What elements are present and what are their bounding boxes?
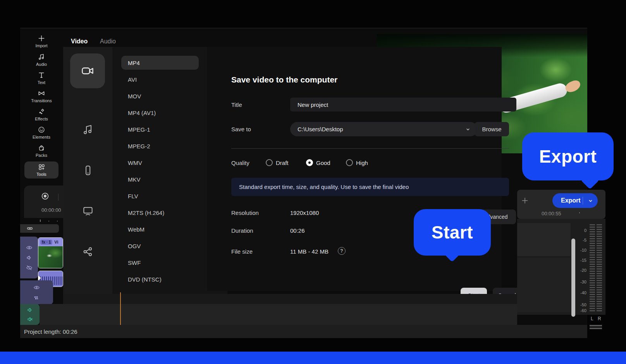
db-label: -20 [574, 268, 586, 273]
format-list: MP4 AVI MOV MP4 (AV1) MPEG-1 MPEG-2 WMV … [121, 56, 203, 283]
help-icon[interactable]: ? [338, 247, 346, 255]
app-window: Import Audio Text Transitions Effects El [0, 0, 626, 364]
add-track-plus-icon[interactable] [521, 197, 529, 204]
video-clip[interactable]: fx · 1 Vi [38, 237, 63, 268]
db-label: -5 [574, 238, 586, 242]
chevron-down-icon[interactable] [588, 198, 593, 204]
sidebar-item-text[interactable]: Text [20, 71, 63, 85]
eye-icon[interactable] [33, 284, 40, 291]
format-item-selected[interactable]: MP4 [121, 56, 199, 70]
sidebar-item-elements[interactable]: Elements [20, 126, 63, 139]
clip-fx-badge: fx · 1 [40, 240, 52, 245]
track-1-header[interactable] [20, 237, 38, 278]
monitor-icon[interactable] [82, 205, 94, 217]
link-track-strip[interactable] [20, 224, 59, 233]
sidebar-item-effects[interactable]: Effects [20, 108, 63, 121]
format-item[interactable]: M2TS (H.264) [121, 206, 199, 220]
format-item[interactable]: FLV [121, 189, 199, 203]
mini-meter [590, 325, 602, 326]
bag-icon [38, 144, 45, 152]
eye-off-icon[interactable] [26, 264, 33, 271]
radio-draft-label: Draft [276, 160, 289, 166]
radio-high[interactable] [346, 159, 353, 166]
format-item[interactable]: MPEG-2 [121, 139, 199, 153]
format-item[interactable]: SWF [121, 256, 199, 270]
sidebar-item-audio[interactable]: Audio [20, 53, 63, 67]
tab-video[interactable]: Video [71, 38, 88, 45]
speaker-icon[interactable] [27, 307, 33, 313]
divider [583, 197, 583, 204]
stabilization-blocks-icon[interactable] [33, 294, 40, 301]
transitions-icon [38, 89, 45, 97]
export-button[interactable]: Export [552, 193, 598, 208]
ruler-timestamp: 00:00:55 [542, 211, 561, 216]
mini-meter [590, 328, 602, 329]
save-to-dropdown[interactable]: C:\Users\Desktop [290, 122, 478, 136]
format-item[interactable]: DVD (NTSC) [121, 272, 199, 283]
sidebar-item-label: Tools [36, 172, 46, 177]
project-length-status: Project length: 00:26 [24, 328, 77, 335]
format-item[interactable]: MOV [121, 89, 199, 103]
category-video-selected[interactable] [70, 53, 105, 88]
sidebar-item-label: Audio [36, 62, 47, 67]
duration-value: 00:26 [290, 227, 305, 234]
duration-label: Duration [231, 227, 253, 234]
sidebar-item-label: Transitions [31, 98, 52, 103]
audio-meters: 0 -5 -10 -15 -20 -30 -40 -50 -60 L R [574, 222, 607, 334]
format-item[interactable]: MP4 (AV1) [121, 106, 199, 120]
meter-bar-left [590, 224, 595, 312]
db-label: -15 [574, 258, 586, 263]
radio-good-selected[interactable] [306, 159, 313, 166]
playhead[interactable] [120, 292, 121, 325]
music-note-icon[interactable] [82, 124, 94, 136]
track-2-header[interactable] [20, 280, 53, 304]
status-bar: Project length: 00:26 [20, 325, 587, 338]
editor-main: Import Audio Text Transitions Effects El [20, 28, 587, 338]
format-item[interactable]: MPEG-1 [121, 122, 199, 136]
radio-good-label: Good [316, 160, 330, 166]
browse-button[interactable]: Browse [475, 122, 509, 136]
divider [231, 148, 509, 149]
sidebar-item-label: Packs [36, 153, 47, 158]
radio-draft[interactable] [266, 159, 273, 166]
speaker-icon[interactable] [26, 254, 33, 261]
audio-track-header[interactable] [20, 304, 40, 325]
chevron-down-icon [465, 127, 471, 132]
title-field-label: Title [231, 101, 242, 108]
sidebar-item-transitions[interactable]: Transitions [20, 89, 63, 103]
format-item[interactable]: AVI [121, 72, 199, 86]
db-label: -10 [574, 248, 586, 252]
ruler-tick [57, 221, 58, 221]
format-item[interactable]: OGV [121, 239, 199, 253]
sidebar-item-tools[interactable]: Tools [24, 161, 58, 179]
format-item[interactable]: MKV [121, 172, 199, 186]
file-size-label: File size [231, 248, 253, 255]
title-input[interactable]: New project [290, 98, 516, 112]
ruler-tick [579, 212, 580, 213]
timeline-toolbar: 00:00:00 [24, 185, 63, 218]
format-item[interactable]: WebM [121, 222, 199, 236]
export-callout-bubble: Export [522, 132, 614, 180]
tab-audio[interactable]: Audio [100, 38, 116, 45]
dialog-title: Save video to the computer [231, 75, 337, 84]
format-item[interactable]: WMV [121, 156, 199, 170]
sidebar-item-label: Text [38, 80, 45, 85]
export-toolbar-panel: Export 00:00:55 [517, 190, 605, 219]
sidebar-item-import[interactable]: Import [20, 34, 63, 48]
phone-icon[interactable] [82, 164, 94, 177]
ruler-tick [40, 220, 41, 222]
effects-icon [38, 108, 45, 115]
speaker-muted-icon[interactable] [27, 316, 33, 323]
sidebar-item-packs[interactable]: Packs [20, 144, 63, 158]
db-label: 0 [574, 228, 586, 233]
save-to-label: Save to [231, 126, 251, 132]
sidebar-item-label: Import [35, 43, 47, 48]
share-icon[interactable] [82, 246, 94, 258]
music-note-icon [38, 53, 45, 61]
info-banner: Standard export time, size, and quality.… [231, 178, 509, 196]
record-icon[interactable] [41, 192, 50, 201]
db-label: -60 [574, 308, 586, 313]
db-label: -50 [574, 302, 586, 307]
eye-icon[interactable] [26, 244, 33, 251]
sidebar-item-label: Elements [33, 135, 50, 139]
